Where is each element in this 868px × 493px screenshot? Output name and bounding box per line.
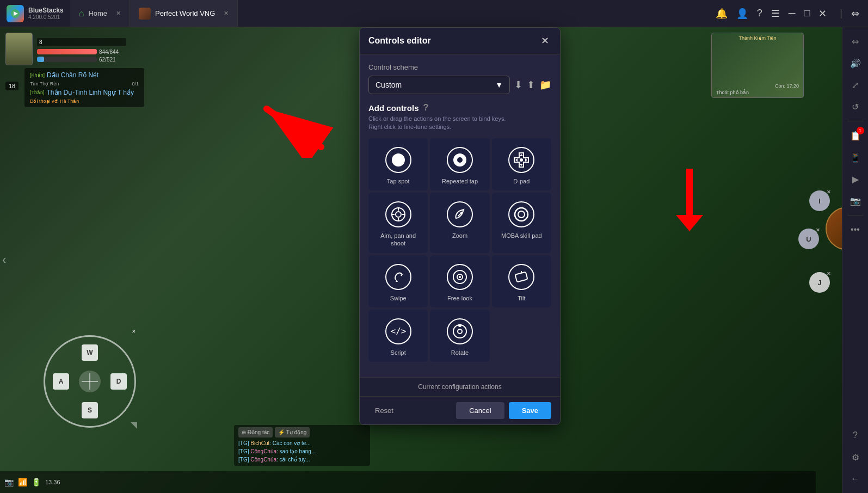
sidebar-fullscreen[interactable]: ⤢ <box>846 75 865 95</box>
skill-u[interactable]: U ✕ <box>798 229 819 249</box>
hud-mp-bar <box>37 57 97 62</box>
dialog-footer: Reset Cancel Save <box>360 396 560 424</box>
dpad-resize[interactable] <box>131 422 137 429</box>
minimize-icon[interactable]: ─ <box>789 8 796 19</box>
dialog-body: Control scheme Custom ▼ ⬇ ⬆ 📁 Add contro… <box>360 54 560 377</box>
add-controls-help-icon[interactable]: ? <box>423 103 429 113</box>
sidebar-settings[interactable]: ⚙ <box>846 447 865 467</box>
save-button[interactable]: Save <box>509 402 551 419</box>
chat-box: ⊕ Đồng tác ⚡ Tự động [TG] BichCut: Các c… <box>234 425 370 466</box>
dpad-right[interactable]: D <box>110 373 127 390</box>
swipe-label: Swipe <box>390 294 407 302</box>
dpad-down[interactable]: S <box>82 402 98 418</box>
repeated-tap-label: Repeated tap <box>442 177 478 185</box>
scheme-row: Custom ▼ ⬇ ⬆ 📁 <box>368 76 551 94</box>
dpad-close[interactable]: ✕ <box>44 329 136 334</box>
arrow-indicator-down <box>668 169 711 234</box>
control-tilt[interactable]: Tilt <box>492 255 551 307</box>
control-dpad[interactable]: D-pad <box>492 138 551 190</box>
hud-mp-row: 62/521 <box>37 57 126 63</box>
tilt-label: Tilt <box>518 294 525 302</box>
sidebar-rotate[interactable]: ↺ <box>846 97 865 116</box>
help-icon[interactable]: ? <box>757 8 762 19</box>
dpad-up[interactable]: W <box>82 344 98 361</box>
scheme-import-icon[interactable]: ⬇ <box>514 79 522 91</box>
current-config-label: Current configuration actions <box>418 383 501 391</box>
sidebar-expand[interactable]: ⇔ <box>846 32 865 51</box>
svg-point-6 <box>392 153 405 167</box>
add-controls-title: Add controls ? <box>368 103 551 113</box>
skill-j[interactable]: J ✕ <box>809 272 830 293</box>
top-right-icons: 🔔 👤 ? ☰ ─ □ ✕ | ⇔ <box>716 8 868 20</box>
footer-time: 13.36 <box>45 479 60 485</box>
maximize-icon[interactable]: □ <box>804 8 810 19</box>
scheme-folder-icon[interactable]: 📁 <box>539 79 551 91</box>
sidebar-volume[interactable]: 🔊 <box>846 53 865 73</box>
current-config-section: Current configuration actions <box>360 377 560 396</box>
account-icon[interactable]: 👤 <box>736 8 748 20</box>
chat-row-3: [TG] CôngChúa: cái chổ tuy... <box>238 455 366 464</box>
sidebar-more[interactable]: ••• <box>846 220 865 239</box>
svg-point-8 <box>457 157 463 163</box>
divider-2 <box>847 215 864 215</box>
camera-icon[interactable]: 📷 <box>4 478 14 486</box>
bottom-bar: 📷 📶 🔋 13.36 <box>0 471 816 493</box>
scheme-export-icon[interactable]: ⬆ <box>527 79 535 91</box>
sidebar-media[interactable]: ▶ <box>846 169 865 189</box>
swipe-icon <box>385 264 411 290</box>
dpad-left[interactable]: A <box>53 373 69 390</box>
bell-icon[interactable]: 🔔 <box>716 8 728 20</box>
control-swipe[interactable]: Swipe <box>368 255 428 307</box>
expand-icon[interactable]: ⇔ <box>851 8 859 20</box>
dpad-container: ✕ W A D S <box>44 329 136 428</box>
chat-row-1: [TG] BichCut: Các con vợ te... <box>238 439 366 447</box>
control-rotate[interactable]: Rotate <box>430 310 489 362</box>
control-repeated-tap[interactable]: Repeated tap <box>430 138 489 190</box>
sidebar-tasks[interactable]: 📋 1 <box>846 126 865 145</box>
controls-dialog: Controls editor ✕ Control scheme Custom … <box>359 27 561 425</box>
mini-map-sub: Thoát phố bản <box>716 90 749 95</box>
control-script[interactable]: </> Script <box>368 310 428 362</box>
hud-hp-text: 844/844 <box>99 49 126 55</box>
divider-1 <box>847 121 864 121</box>
aim-label: Aim, pan and shoot <box>373 232 423 248</box>
rotate-label: Rotate <box>451 349 469 356</box>
game-icon <box>139 8 151 20</box>
zoom-label: Zoom <box>452 232 467 239</box>
svg-point-20 <box>460 212 463 214</box>
control-tap-spot[interactable]: Tap spot <box>368 138 428 190</box>
dropdown-arrow-icon: ▼ <box>495 81 503 89</box>
scheme-icons: ⬇ ⬆ 📁 <box>514 79 551 91</box>
bluestacks-name: BlueStacks 4.200.0.5201 <box>28 7 64 20</box>
tap-spot-icon <box>385 147 411 173</box>
skill-i[interactable]: I ✕ <box>809 190 830 211</box>
arrow-indicator-left <box>234 93 343 158</box>
cancel-button[interactable]: Cancel <box>456 402 504 419</box>
nav-arrow-left[interactable]: ‹ <box>2 253 6 267</box>
sidebar-phone[interactable]: 📱 <box>846 147 865 167</box>
dialog-close-button[interactable]: ✕ <box>538 34 551 47</box>
bluestacks-logo: BlueStacks 4.200.0.5201 <box>0 5 70 22</box>
tab-game-close[interactable]: ✕ <box>224 10 229 17</box>
script-label: Script <box>391 349 406 356</box>
bluestacks-icon <box>7 5 24 22</box>
reset-button[interactable]: Reset <box>368 403 400 418</box>
dpad-circle[interactable]: W A D S <box>44 335 136 428</box>
close-icon[interactable]: ✕ <box>818 8 827 20</box>
tab-home[interactable]: ⌂ Home ✕ <box>70 0 130 27</box>
sidebar-camera[interactable]: 📷 <box>846 191 865 211</box>
quest-panel: [Khẩn] Dấu Chân Rõ Nét Tìm Thợ Rèn 0/1 [… <box>24 68 144 107</box>
tilt-icon <box>508 264 534 290</box>
tab-home-close[interactable]: ✕ <box>116 10 121 17</box>
sidebar-back[interactable]: ← <box>846 469 865 489</box>
control-free-look[interactable]: Free look <box>430 255 489 307</box>
control-aim[interactable]: Aim, pan and shoot <box>368 193 428 253</box>
scheme-dropdown[interactable]: Custom ▼ <box>368 76 510 94</box>
control-zoom[interactable]: Zoom <box>430 193 489 253</box>
sidebar-help[interactable]: ? <box>846 426 865 445</box>
menu-icon[interactable]: ☰ <box>771 8 780 20</box>
dialog-header: Controls editor ✕ <box>360 28 560 54</box>
control-moba[interactable]: MOBA skill pad <box>492 193 551 253</box>
tab-game[interactable]: Perfect World VNG ✕ <box>130 0 238 27</box>
hud-portrait <box>5 33 33 65</box>
